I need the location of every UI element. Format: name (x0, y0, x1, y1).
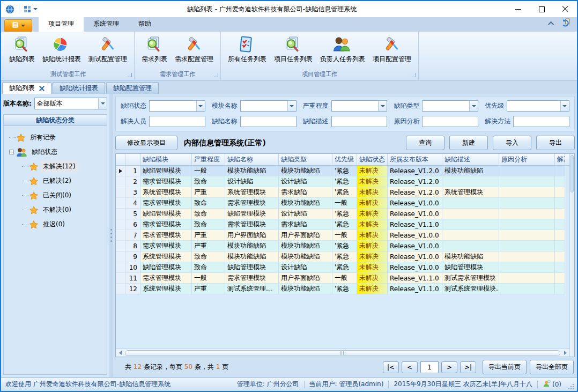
cell-type[interactable]: 模块功能缺陷 (279, 252, 332, 262)
dialog-launcher-icon[interactable] (128, 73, 132, 77)
cell-status[interactable]: 未解决 (357, 284, 388, 294)
cell-solution[interactable] (555, 176, 565, 187)
cell-desc[interactable] (442, 209, 499, 219)
cell-solution[interactable] (555, 252, 565, 262)
filter-defect-type-select[interactable] (423, 101, 469, 111)
column-header-type[interactable]: 缺陷类型 (279, 154, 332, 165)
column-header-severity[interactable]: 严重程度 (192, 154, 225, 165)
cell-priority[interactable]: '紧急 (332, 241, 357, 252)
cell-solution[interactable] (555, 198, 565, 209)
filter-cause-analysis-input[interactable] (423, 116, 478, 127)
column-header-analysis[interactable]: 原因分析 (499, 154, 555, 165)
cell-type[interactable]: 模块功能缺陷 (279, 166, 332, 176)
cell-module[interactable]: 缺陷管理模块 (140, 209, 192, 219)
vertical-scroll-thumb[interactable] (570, 155, 574, 193)
cell-severity[interactable]: 严重 (192, 284, 225, 294)
cell-solution[interactable] (555, 166, 565, 176)
table-row[interactable]: 9系统管理模块致命模块功能缺陷模块功能缺陷'紧急未解决Release_V1.0.… (116, 252, 569, 262)
cell-status[interactable]: 未解决 (357, 198, 388, 209)
table-row[interactable]: 12系统管理模块严重测试系统管理...模块功能缺陷'紧急未解决Release_V… (116, 284, 569, 294)
filter-severity-dropdown-button[interactable] (378, 101, 387, 111)
cell-type[interactable]: 需求缺陷 (279, 187, 332, 198)
table-row[interactable]: 4需求管理模块致命需求管理模块模块功能缺陷一般未解决Release_V1.0.0 (116, 198, 569, 209)
cell-release[interactable]: Release_V1.0.0 (388, 209, 442, 219)
version-select[interactable]: 全部版本 (34, 98, 107, 109)
query-button[interactable]: 查询 (406, 136, 444, 150)
ribbon-button-project-config-mgmt[interactable]: 项目配置管理 (369, 34, 415, 65)
cell-module[interactable]: 需求管理模块 (140, 176, 192, 187)
column-header-priority[interactable]: 优先级 (332, 154, 357, 165)
cell-severity[interactable]: 致命 (192, 198, 225, 209)
cell-module[interactable]: 系统管理模块 (140, 252, 192, 262)
ribbon-tab-help[interactable]: 帮助 (129, 17, 161, 32)
cell-name[interactable]: 测试系统管理... (225, 284, 279, 294)
filter-solution-input[interactable] (514, 116, 569, 127)
ribbon-button-defect-stats-report[interactable]: 缺陷统计报表 (39, 34, 85, 65)
cell-status[interactable]: 未解决 (357, 209, 388, 219)
cell-module[interactable]: 系统管理模块 (140, 284, 192, 294)
cell-module[interactable]: 需求管理模块 (140, 273, 192, 284)
cell-analysis[interactable] (499, 252, 555, 262)
cell-severity[interactable]: 一般 (192, 273, 225, 284)
cell-severity[interactable]: 致命 (192, 252, 225, 262)
cell-module[interactable]: 缺陷管理模块 (140, 262, 192, 273)
cell-desc[interactable] (442, 219, 499, 230)
column-header-desc[interactable]: 缺陷描述 (442, 154, 499, 165)
column-header-solution[interactable]: 解决方法 (555, 154, 565, 165)
cell-name[interactable]: 系统管理模块 (225, 187, 279, 198)
cell-name[interactable]: 模块功能缺陷 (225, 166, 279, 176)
tree-item-resolved[interactable]: 已解决(2) (4, 174, 107, 188)
tree-item-wont-fix[interactable]: 不解决(0) (4, 203, 107, 217)
cell-release[interactable]: Release_V1.0.0 (388, 262, 442, 273)
table-row[interactable]: 11需求管理模块一般需求管理模块用户界面缺陷一般未解决Release_V1.1.… (116, 273, 569, 284)
cell-solution[interactable] (555, 187, 565, 198)
version-dropdown-button[interactable] (98, 98, 107, 109)
resize-grip[interactable] (568, 384, 574, 391)
filter-defect-desc-input[interactable] (332, 116, 387, 127)
cell-type[interactable]: 模块功能缺陷 (279, 241, 332, 252)
cell-type[interactable]: 用户界面缺陷 (279, 230, 332, 241)
table-row[interactable]: 7需求管理模块严重用户界面缺陷用户界面缺陷一般未解决Release_V1.0.0 (116, 230, 569, 241)
cell-priority[interactable]: 一般 (332, 273, 357, 284)
cell-desc[interactable]: 缺陷管理模块 (442, 262, 499, 273)
table-row[interactable]: 3系统管理模块严重系统管理模块需求缺陷'紧急未解决Release_V1.2.0系… (116, 187, 569, 198)
doc-tab-defect-config-mgmt[interactable]: 缺陷配置管理 (106, 82, 159, 94)
ribbon-button-all-tasks-list[interactable]: 所有任务列表 (224, 34, 270, 65)
cell-release[interactable]: Release_V1.1.0 (388, 273, 442, 284)
cell-release[interactable]: Release_V1.1.0 (388, 284, 442, 294)
cell-type[interactable]: 设计缺陷 (279, 176, 332, 187)
close-button[interactable] (553, 1, 577, 17)
table-row[interactable]: 8需求管理模块严重模块功能缺陷模块功能缺陷'紧急未解决Release_V1.0.… (116, 241, 569, 252)
tree-item-all-records[interactable]: 所有记录 (4, 130, 107, 145)
cell-name[interactable]: 用户界面缺陷 (225, 230, 279, 241)
cell-status[interactable]: 未解决 (357, 176, 388, 187)
prev-page-button[interactable]: < (402, 361, 418, 373)
cell-solution[interactable] (555, 273, 565, 284)
cell-type[interactable]: 模块功能缺陷 (279, 284, 332, 294)
new-button[interactable]: 新建 (449, 136, 488, 150)
doc-tab-defect-list[interactable]: 缺陷列表 (2, 82, 51, 94)
cell-release[interactable]: Release_V1.0.0 (388, 230, 442, 241)
cell-priority[interactable]: '紧急 (332, 187, 357, 198)
vertical-scrollbar[interactable] (569, 154, 574, 357)
cell-priority[interactable]: '紧急 (332, 219, 357, 230)
modify-columns-button[interactable]: 修改显示项目 (115, 136, 177, 150)
filter-resolver-input[interactable] (150, 116, 205, 127)
cell-desc[interactable] (442, 176, 499, 187)
cell-release[interactable]: Release_V1.0.0 (388, 241, 442, 252)
cell-module[interactable]: 需求管理模块 (140, 198, 192, 209)
filter-priority-dropdown-button[interactable] (560, 101, 569, 111)
cell-status[interactable]: 未解决 (357, 230, 388, 241)
collapse-node-icon[interactable] (9, 150, 14, 154)
import-button[interactable]: 导入 (493, 136, 531, 150)
cell-release[interactable]: Release_V1.2.0 (388, 176, 442, 187)
ribbon-button-defect-list[interactable]: 缺陷列表 (5, 34, 39, 65)
cell-severity[interactable]: 严重 (192, 241, 225, 252)
next-page-button[interactable]: > (441, 361, 457, 373)
cell-priority[interactable]: 一般 (332, 198, 357, 209)
cell-desc[interactable] (442, 230, 499, 241)
cell-type[interactable]: 设计缺陷 (279, 209, 332, 219)
cell-release[interactable]: Release_V1.1.0 (388, 219, 442, 230)
cell-name[interactable]: 需求管理模块 (225, 198, 279, 209)
cell-desc[interactable]: 模块功能缺陷 (442, 252, 499, 262)
